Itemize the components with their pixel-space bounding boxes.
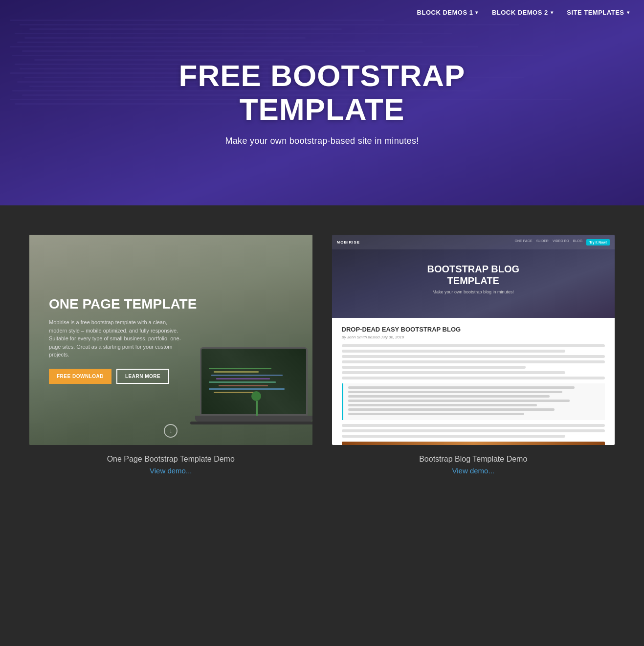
blog-bg: MOBIRISE ONE PAGE SLIDER VIDEO BO BLOG T… xyxy=(332,235,615,445)
quote-line-6 xyxy=(348,408,555,411)
blog-text-line-1 xyxy=(342,344,605,347)
blog-text-line-5 xyxy=(342,366,526,369)
quote-line-1 xyxy=(348,386,575,389)
card-blog: MOBIRISE ONE PAGE SLIDER VIDEO BO BLOG T… xyxy=(332,235,615,475)
one-page-desc: Mobirise is a free bootstrap template wi… xyxy=(49,318,186,359)
one-page-bg: ONE PAGE TEMPLATE Mobirise is a free boo… xyxy=(29,235,312,445)
blog-text-line-10 xyxy=(342,435,566,438)
hero-content: FREE BOOTSTRAPTEMPLATE Make your own boo… xyxy=(159,59,485,146)
card-blog-link[interactable]: View demo... xyxy=(452,467,494,475)
blog-text-line-8 xyxy=(342,424,605,427)
blog-text-line-3 xyxy=(342,355,605,358)
laptop-base xyxy=(195,416,312,422)
cards-grid: ONE PAGE TEMPLATE Mobirise is a free boo… xyxy=(29,235,615,475)
blog-nav-blog: BLOG xyxy=(573,239,582,245)
hero-subtitle: Make your own bootstrap-based site in mi… xyxy=(179,136,466,146)
blog-nav-links: ONE PAGE SLIDER VIDEO BO BLOG Try it Now… xyxy=(515,239,610,245)
blog-hero-section: MOBIRISE ONE PAGE SLIDER VIDEO BO BLOG T… xyxy=(332,235,615,318)
quote-line-4 xyxy=(348,400,570,402)
quote-line-7 xyxy=(348,413,525,415)
blog-text-line-6 xyxy=(342,371,566,374)
nav-label-block-demos-2: BLOCK DEMOS 2 xyxy=(492,9,548,16)
scroll-down-icon[interactable]: ↓ xyxy=(164,424,178,438)
chevron-down-icon: ▾ xyxy=(627,10,630,15)
card-one-page-image[interactable]: ONE PAGE TEMPLATE Mobirise is a free boo… xyxy=(29,235,312,445)
laptop-bottom xyxy=(190,422,312,424)
plant-decoration xyxy=(249,391,264,416)
blog-text-line-7 xyxy=(342,377,605,379)
blog-text-line-4 xyxy=(342,360,605,363)
blog-quote-block xyxy=(342,383,605,420)
chevron-down-icon: ▾ xyxy=(551,10,554,15)
one-page-content: ONE PAGE TEMPLATE Mobirise is a free boo… xyxy=(49,296,293,383)
nav-item-block-demos-1[interactable]: BLOCK DEMOS 1 ▾ xyxy=(417,9,478,16)
free-download-button[interactable]: FREE DOWNLOAD xyxy=(49,369,111,384)
blog-brand: MOBIRISE xyxy=(337,240,360,245)
card-one-page-link[interactable]: View demo... xyxy=(150,467,192,475)
blog-nav-one-page: ONE PAGE xyxy=(515,239,533,245)
nav-item-site-templates[interactable]: SITE TEMPLATES ▾ xyxy=(567,9,629,16)
blog-byline: By John Smith posted July 30, 2016 xyxy=(342,335,605,339)
card-blog-label: Bootstrap Blog Template Demo xyxy=(419,455,527,464)
top-nav: BLOCK DEMOS 1 ▾ BLOCK DEMOS 2 ▾ SITE TEM… xyxy=(0,0,644,25)
hero-title: FREE BOOTSTRAPTEMPLATE xyxy=(179,59,466,126)
blog-hero-text: BOOTSTRAP BLOGTEMPLATE Make your own boo… xyxy=(427,263,519,294)
card-one-page: ONE PAGE TEMPLATE Mobirise is a free boo… xyxy=(29,235,312,475)
blog-hero-sub: Make your own bootstrap blog in minutes! xyxy=(427,290,519,294)
blog-text-line-2 xyxy=(342,350,566,353)
quote-line-5 xyxy=(348,404,537,406)
quote-line-2 xyxy=(348,391,562,393)
nav-item-block-demos-2[interactable]: BLOCK DEMOS 2 ▾ xyxy=(492,9,553,16)
blog-nav-slider: SLIDER xyxy=(536,239,549,245)
one-page-template-title: ONE PAGE TEMPLATE xyxy=(49,296,293,312)
main-content: ONE PAGE TEMPLATE Mobirise is a free boo… xyxy=(0,205,644,514)
learn-more-button[interactable]: LEARN MORE xyxy=(116,369,169,384)
card-blog-image[interactable]: MOBIRISE ONE PAGE SLIDER VIDEO BO BLOG T… xyxy=(332,235,615,445)
blog-template-title: BOOTSTRAP BLOGTEMPLATE xyxy=(427,263,519,287)
card-one-page-label: One Page Bootstrap Template Demo xyxy=(107,455,235,464)
hero-section: FREE BOOTSTRAPTEMPLATE Make your own boo… xyxy=(0,0,644,205)
blog-text-line-9 xyxy=(342,429,605,432)
blog-nav-bar: MOBIRISE ONE PAGE SLIDER VIDEO BO BLOG T… xyxy=(332,235,615,249)
blog-nav-video: VIDEO BO xyxy=(553,239,569,245)
blog-content-section: DROP-DEAD EASY BOOTSTRAP BLOG By John Sm… xyxy=(332,318,615,445)
blog-article-title: DROP-DEAD EASY BOOTSTRAP BLOG xyxy=(342,326,605,333)
nav-label-block-demos-1: BLOCK DEMOS 1 xyxy=(417,9,473,16)
one-page-buttons: FREE DOWNLOAD LEARN MORE xyxy=(49,369,293,384)
nav-label-site-templates: SITE TEMPLATES xyxy=(567,9,624,16)
blog-food-image xyxy=(342,442,605,445)
chevron-down-icon: ▾ xyxy=(475,10,478,15)
quote-line-3 xyxy=(348,395,550,398)
blog-try-button[interactable]: Try it Now! xyxy=(586,239,610,245)
